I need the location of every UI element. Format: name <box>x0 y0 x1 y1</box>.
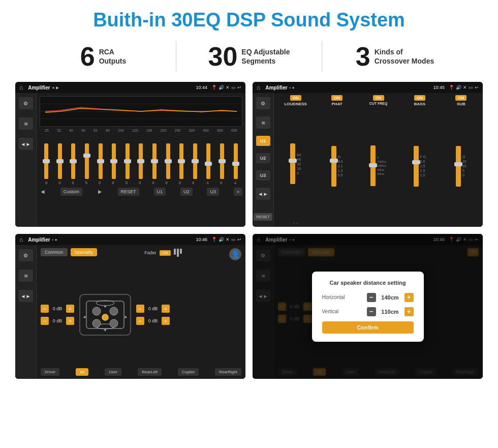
db-plus-br[interactable]: + <box>162 317 170 325</box>
reset-cross-btn[interactable]: RESET <box>254 213 272 221</box>
slider-15[interactable] <box>234 143 238 179</box>
status-bar-2: ⌂ Amplifier ▪ ● 10:45 📍 🔊 ✕ ▭ ↩ <box>253 82 483 93</box>
eq-ctrl-btn-2[interactable]: ≋ <box>19 117 33 130</box>
db-control-br: − 0 dB + <box>136 317 170 325</box>
db-plus-bl[interactable]: + <box>66 317 74 325</box>
bass-slider[interactable]: F G 3.0 2.5 1.5 1.0 <box>414 107 426 225</box>
u3-btn-1[interactable]: U3 <box>207 188 219 196</box>
bottom-btns-3: Driver All User RearLeft Copilot RearRig… <box>41 368 241 376</box>
cross-ctrl-1[interactable]: ⚙ <box>256 97 270 109</box>
home-icon-2[interactable]: ⌂ <box>257 84 260 91</box>
db-minus-bl[interactable]: − <box>41 317 49 325</box>
driver-btn[interactable]: Driver <box>41 368 59 376</box>
rearright-btn[interactable]: RearRight <box>215 368 241 376</box>
rearleft-btn[interactable]: RearLeft <box>138 368 162 376</box>
spk-ctrl-3[interactable]: ◄► <box>19 290 33 302</box>
stat-rca-label: RCAOutputs <box>99 47 127 66</box>
back-icon-3[interactable]: ↩ <box>237 237 241 242</box>
phat-slider[interactable]: G 3.0 2.1 1.3 0.5 <box>331 107 343 225</box>
back-icon-2[interactable]: ↩ <box>475 85 479 90</box>
slider-5[interactable] <box>99 143 103 179</box>
app-title-2: Amplifier <box>265 85 287 91</box>
custom-btn[interactable]: Custom <box>60 188 82 196</box>
slider-11[interactable] <box>179 143 183 179</box>
stat-crossover-label: Kinds ofCrossover Modes <box>375 47 434 66</box>
sub-on[interactable]: ON <box>455 95 466 101</box>
slider-1[interactable] <box>44 143 48 179</box>
expand-btn[interactable]: » <box>234 188 242 196</box>
loudness-on[interactable]: ON <box>290 95 301 101</box>
back-icon-1[interactable]: ↩ <box>237 85 241 90</box>
svg-point-8 <box>92 307 101 315</box>
db-minus-br[interactable]: − <box>136 317 144 325</box>
slider-13[interactable] <box>206 143 210 179</box>
screen-distance: ⌂ Amplifier ▪ ● 10:46 📍 🔊 ✕ ▭ ↩ ⚙ ≋ ◄► C… <box>253 234 483 379</box>
spk-ctrl-2[interactable]: ≋ <box>19 270 33 282</box>
slider-7[interactable] <box>126 143 130 179</box>
u3-side-btn[interactable]: U3 <box>256 170 270 181</box>
u1-btn-1[interactable]: U1 <box>154 188 166 196</box>
vertical-minus[interactable]: − <box>367 307 376 316</box>
spk-ctrl-1[interactable]: ⚙ <box>19 249 33 261</box>
cross-ctrl-2[interactable]: ≋ <box>256 116 270 129</box>
home-icon-3[interactable]: ⌂ <box>19 236 23 243</box>
svg-text:◄: ◄ <box>82 315 86 319</box>
dot-2: ▪ ● <box>290 85 295 90</box>
home-icon-1[interactable]: ⌂ <box>19 84 23 91</box>
status-icons-3: 📍 🔊 ✕ ▭ ↩ <box>211 237 241 242</box>
eq-ctrl-btn-1[interactable]: ⚙ <box>19 97 33 109</box>
person-icon-3[interactable]: 👤 <box>229 248 241 260</box>
horizontal-plus[interactable]: + <box>404 293 414 302</box>
vertical-label: Vertical <box>322 309 353 314</box>
phat-on[interactable]: ON <box>331 95 343 101</box>
slider-2[interactable] <box>58 143 62 179</box>
stat-eq-number: 30 <box>208 43 237 70</box>
db-plus-tl[interactable]: + <box>66 305 74 313</box>
u1-side-btn[interactable]: U1 <box>256 136 270 146</box>
cross-col-phat: ON PHAT G 3.0 2.1 1.3 0.5 <box>317 95 356 225</box>
copilot-btn[interactable]: Copilot <box>178 368 199 376</box>
confirm-button[interactable]: Confirm <box>322 321 414 334</box>
dialog-row-horizontal: Horizontal − 140cm + <box>322 293 414 302</box>
stat-rca: 6 RCAOutputs <box>30 43 176 70</box>
slider-10[interactable] <box>166 143 170 179</box>
db-minus-tr[interactable]: − <box>136 305 144 313</box>
time-3: 10:46 <box>196 237 207 242</box>
status-bar-3: ⌂ Amplifier ▪ ● 10:46 📍 🔊 ✕ ▭ ↩ <box>15 234 245 245</box>
prev-btn[interactable]: ◄ <box>40 188 46 195</box>
slider-4[interactable] <box>85 143 89 179</box>
slider-6[interactable] <box>112 143 116 179</box>
db-minus-tl[interactable]: − <box>41 305 49 313</box>
reset-btn-1[interactable]: RESET <box>118 188 139 196</box>
time-2: 10:45 <box>433 85 445 90</box>
slider-12[interactable] <box>193 143 197 179</box>
vertical-value: 110cm <box>379 309 402 315</box>
u2-side-btn[interactable]: U2 <box>256 153 270 163</box>
stat-eq: 30 EQ AdjustableSegments <box>176 43 322 70</box>
slider-3[interactable] <box>71 143 75 179</box>
fader-on-badge[interactable]: ON <box>160 250 171 256</box>
db-plus-tr[interactable]: + <box>162 305 170 313</box>
bass-on[interactable]: ON <box>414 95 425 101</box>
slider-9[interactable] <box>152 143 157 179</box>
next-btn[interactable]: ► <box>97 188 103 195</box>
sub-slider[interactable]: G 20 15 5 0 <box>456 107 466 225</box>
vertical-plus[interactable]: + <box>404 307 414 316</box>
tab-common-3[interactable]: Common <box>41 248 68 256</box>
eq-area: 2532 4050 6380 100125 160200 250320 4005… <box>37 93 245 227</box>
u2-btn-1[interactable]: U2 <box>180 188 193 196</box>
slider-14[interactable] <box>220 143 224 179</box>
eq-ctrl-btn-3[interactable]: ◄► <box>19 138 33 150</box>
tab-specialty-3[interactable]: Specialty <box>71 248 98 256</box>
status-icons-1: 📍 🔊 ✕ ▭ ↩ <box>211 85 241 90</box>
cutfreq-label: CUT FREQ <box>369 102 388 105</box>
cutfreq-slider[interactable]: F 100Hz 100Hz 80Hz 60Hz <box>370 106 386 225</box>
slider-8[interactable] <box>139 143 143 179</box>
loudness-slider[interactable]: 64 48 32 16 0 <box>290 107 301 220</box>
db-val-bl: 0 dB <box>50 318 65 323</box>
cutfreq-on[interactable]: ON <box>373 95 384 101</box>
all-btn[interactable]: All <box>76 368 88 376</box>
horizontal-minus[interactable]: − <box>367 293 376 302</box>
cross-ctrl-3[interactable]: ◄► <box>256 188 270 200</box>
user-btn[interactable]: User <box>105 368 121 376</box>
